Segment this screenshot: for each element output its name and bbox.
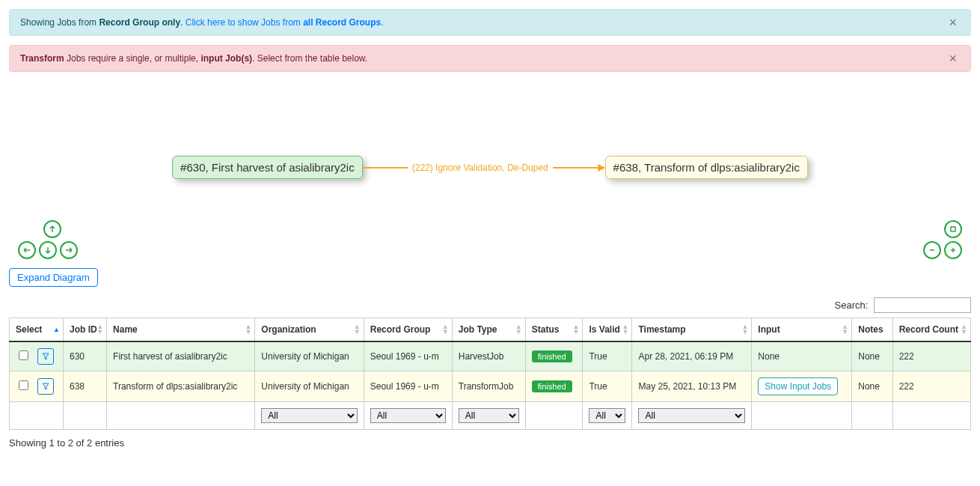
- zoom-fit-button[interactable]: [944, 220, 962, 238]
- filter-job-type-select[interactable]: All: [459, 408, 519, 423]
- cell-job-id: 630: [64, 341, 107, 371]
- close-info-alert-button[interactable]: ×: [944, 14, 961, 31]
- row-filter-button[interactable]: [37, 348, 54, 365]
- cell-job-type: HarvestJob: [452, 341, 525, 371]
- cell-input: None: [752, 341, 852, 371]
- col-job-type[interactable]: Job Type▲▼: [452, 318, 525, 342]
- cell-notes: None: [852, 341, 892, 371]
- status-badge: finished: [532, 380, 572, 392]
- diagram-node-source[interactable]: #630, First harvest of asialibrary2ic: [172, 156, 363, 179]
- cell-timestamp: May 25, 2021, 10:13 PM: [632, 371, 752, 402]
- close-warning-alert-button[interactable]: ×: [944, 50, 961, 67]
- zoom-out-button[interactable]: [923, 241, 941, 259]
- filter-timestamp-select[interactable]: All: [638, 408, 745, 423]
- pan-up-button[interactable]: [43, 220, 61, 238]
- cell-is-valid: True: [583, 371, 632, 402]
- cell-name: First harvest of asialibrary2ic: [107, 341, 255, 371]
- diagram-zoom-controls: [922, 219, 964, 261]
- row-select-checkbox[interactable]: [19, 380, 28, 390]
- show-all-record-groups-link[interactable]: Click here to show Jobs from all Record …: [186, 17, 384, 28]
- cell-is-valid: True: [583, 341, 632, 371]
- warning-alert-text: Transform Jobs require a single, or mult…: [20, 53, 367, 64]
- cell-record-group: Seoul 1969 - u-m: [364, 341, 452, 371]
- pan-down-button[interactable]: [39, 241, 57, 259]
- table-row: 630 First harvest of asialibrary2ic Univ…: [10, 341, 971, 371]
- cell-organization: University of Michigan: [255, 371, 364, 402]
- col-input[interactable]: Input▲▼: [752, 318, 852, 342]
- col-organization[interactable]: Organization▲▼: [255, 318, 364, 342]
- col-is-valid[interactable]: Is Valid▲▼: [583, 318, 632, 342]
- jobs-table: Select ▲ Job ID▲▼ Name▲▼ Organization▲▼ …: [9, 318, 971, 430]
- pan-left-button[interactable]: [18, 241, 36, 259]
- info-alert-text: Showing Jobs from Record Group only. Cli…: [20, 17, 384, 28]
- filter-is-valid-select[interactable]: All: [589, 408, 625, 423]
- show-input-jobs-button[interactable]: Show Input Jobs: [758, 377, 838, 395]
- row-filter-button[interactable]: [37, 378, 54, 395]
- lineage-diagram: #630, First harvest of asialibrary2ic (2…: [9, 81, 971, 261]
- filter-record-group-select[interactable]: All: [370, 408, 446, 423]
- diagram-edge: (222) Ignore Validation, De-Duped: [363, 162, 605, 173]
- search-label: Search:: [835, 300, 869, 311]
- arrow-right-icon: [598, 164, 605, 171]
- cell-record-count: 222: [892, 341, 970, 371]
- diagram-node-target[interactable]: #638, Transform of dlps:asialibrary2ic: [605, 156, 808, 179]
- cell-name: Transform of dlps:asialibrary2ic: [107, 371, 255, 402]
- col-timestamp[interactable]: Timestamp▲▼: [632, 318, 752, 342]
- svg-rect-0: [951, 227, 955, 231]
- cell-record-group: Seoul 1969 - u-m: [364, 371, 452, 402]
- warning-alert: Transform Jobs require a single, or mult…: [9, 45, 971, 72]
- col-status[interactable]: Status▲▼: [525, 318, 583, 342]
- col-record-group[interactable]: Record Group▲▼: [364, 318, 452, 342]
- col-record-count[interactable]: Record Count▲▼: [892, 318, 970, 342]
- diagram-edge-label: (222) Ignore Validation, De-Duped: [408, 162, 553, 173]
- col-select[interactable]: Select ▲: [10, 318, 64, 342]
- table-row: 638 Transform of dlps:asialibrary2ic Uni…: [10, 371, 971, 402]
- info-alert: Showing Jobs from Record Group only. Cli…: [9, 9, 971, 36]
- search-input[interactable]: [874, 297, 971, 313]
- cell-job-id: 638: [64, 371, 107, 402]
- diagram-pan-controls: [16, 219, 79, 261]
- row-select-checkbox[interactable]: [19, 350, 28, 360]
- cell-timestamp: Apr 28, 2021, 06:19 PM: [632, 341, 752, 371]
- cell-notes: None: [852, 371, 892, 402]
- table-filter-row: All All All All All: [10, 402, 971, 430]
- expand-diagram-button[interactable]: Expand Diagram: [9, 268, 98, 287]
- entries-info: Showing 1 to 2 of 2 entries: [9, 437, 971, 449]
- status-badge: finished: [532, 350, 572, 362]
- cell-job-type: TransformJob: [452, 371, 525, 402]
- col-notes[interactable]: Notes: [852, 318, 892, 342]
- col-name[interactable]: Name▲▼: [107, 318, 255, 342]
- col-job-id[interactable]: Job ID▲▼: [64, 318, 107, 342]
- cell-record-count: 222: [892, 371, 970, 402]
- cell-organization: University of Michigan: [255, 341, 364, 371]
- pan-right-button[interactable]: [60, 241, 78, 259]
- filter-organization-select[interactable]: All: [261, 408, 357, 423]
- zoom-in-button[interactable]: [944, 241, 962, 259]
